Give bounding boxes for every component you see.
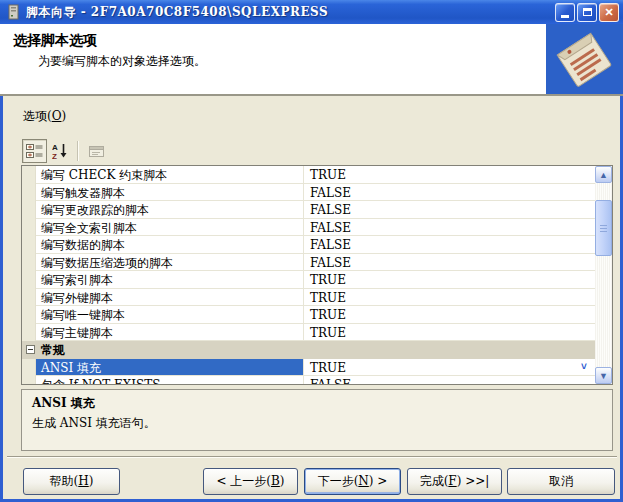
- grid-row-label[interactable]: 编写索引脚本: [36, 271, 303, 289]
- grid-row-value[interactable]: TRUE: [303, 271, 595, 289]
- grid-row-value[interactable]: FALSE: [303, 376, 595, 384]
- grid-row-label[interactable]: 编写外键脚本: [36, 289, 303, 307]
- property-grid-toolbar: A Z: [22, 138, 109, 164]
- grid-row-value[interactable]: FALSE: [303, 184, 595, 202]
- grid-row-margin: [22, 219, 36, 237]
- svg-text:Z: Z: [52, 152, 57, 160]
- property-grid-rows: 编写 CHECK 约束脚本TRUE编写触发器脚本FALSE编写更改跟踪的脚本FA…: [22, 166, 595, 384]
- chevron-down-icon[interactable]: ˅: [575, 360, 593, 375]
- grid-row-label[interactable]: 编写唯一键脚本: [36, 306, 303, 324]
- grid-row-label[interactable]: 编写 CHECK 约束脚本: [36, 166, 303, 184]
- grid-row[interactable]: 编写数据压缩选项的脚本FALSE: [22, 254, 595, 272]
- grid-row[interactable]: 编写唯一键脚本TRUE: [22, 306, 595, 324]
- grid-row-value[interactable]: TRUE: [303, 306, 595, 324]
- grid-row-value[interactable]: FALSE: [303, 236, 595, 254]
- grid-row[interactable]: 编写全文索引脚本FALSE: [22, 219, 595, 237]
- close-icon: ✕: [604, 7, 613, 18]
- categorized-button[interactable]: [22, 139, 47, 163]
- minimize-icon: [561, 15, 569, 18]
- grid-row-label[interactable]: 编写数据压缩选项的脚本: [36, 254, 303, 272]
- grid-row-value[interactable]: FALSE: [303, 219, 595, 237]
- grid-row-value[interactable]: TRUE˅: [303, 359, 595, 377]
- grid-row-label[interactable]: 包含 If NOT EXISTS: [36, 376, 303, 384]
- grid-row[interactable]: ANSI 填充TRUE˅: [22, 359, 595, 377]
- toolbar-separator: [77, 141, 79, 161]
- grid-row[interactable]: 编写更改跟踪的脚本FALSE: [22, 201, 595, 219]
- grid-row-value[interactable]: TRUE: [303, 289, 595, 307]
- grid-row[interactable]: 编写数据的脚本FALSE: [22, 236, 595, 254]
- categorized-icon: [26, 143, 43, 159]
- grid-category-label: 常规: [35, 341, 65, 359]
- grid-category-row[interactable]: 常规: [22, 341, 595, 359]
- property-pages-button: [84, 139, 109, 163]
- grid-row-margin: [22, 289, 36, 307]
- titlebar: 脚本向导 - 2F7A0A70C8F5408\SQLEXPRESS ✕: [0, 0, 623, 24]
- grid-row[interactable]: 编写 CHECK 约束脚本TRUE: [22, 166, 595, 184]
- page-subtitle: 为要编写脚本的对象选择选项。: [38, 53, 206, 70]
- cancel-button[interactable]: 取消: [507, 468, 615, 495]
- grid-row[interactable]: 编写主键脚本TRUE: [22, 324, 595, 342]
- vertical-scrollbar[interactable]: ▲ ▼: [595, 166, 612, 384]
- grid-row-value[interactable]: TRUE: [303, 166, 595, 184]
- close-button[interactable]: ✕: [599, 3, 619, 22]
- grid-row-label[interactable]: 编写主键脚本: [36, 324, 303, 342]
- description-text: 生成 ANSI 填充语句。: [32, 415, 602, 432]
- grid-row-margin: [22, 254, 36, 272]
- minimize-button[interactable]: [555, 3, 575, 22]
- app-icon: [6, 4, 22, 20]
- window-title: 脚本向导 - 2F7A0A70C8F5408\SQLEXPRESS: [26, 4, 551, 21]
- collapse-icon[interactable]: [26, 345, 35, 354]
- help-button[interactable]: 帮助(H): [23, 468, 120, 495]
- back-button[interactable]: < 上一步(B): [203, 468, 298, 495]
- options-label: 选项(O): [23, 108, 66, 125]
- maximize-icon: [583, 8, 592, 16]
- next-button[interactable]: 下一步(N) >: [304, 468, 401, 495]
- finish-button[interactable]: 完成(F) >>|: [407, 468, 502, 495]
- alphabetical-sort-icon: A Z: [52, 143, 68, 159]
- grid-row-label[interactable]: 编写触发器脚本: [36, 184, 303, 202]
- property-pages-icon: [88, 144, 105, 159]
- description-title: ANSI 填充: [32, 395, 602, 412]
- bottom-separator: [7, 456, 617, 458]
- grid-row[interactable]: 编写触发器脚本FALSE: [22, 184, 595, 202]
- grid-row[interactable]: 编写索引脚本TRUE: [22, 271, 595, 289]
- grid-row[interactable]: 编写外键脚本TRUE: [22, 289, 595, 307]
- grid-row-margin: [22, 306, 36, 324]
- scrollbar-down-button[interactable]: ▼: [595, 367, 612, 384]
- grid-row[interactable]: 包含 If NOT EXISTSFALSE: [22, 376, 595, 384]
- grid-row-label[interactable]: 编写全文索引脚本: [36, 219, 303, 237]
- scrollbar-thumb[interactable]: [595, 200, 612, 256]
- property-grid[interactable]: 编写 CHECK 约束脚本TRUE编写触发器脚本FALSE编写更改跟踪的脚本FA…: [21, 165, 613, 385]
- wizard-header: 选择脚本选项 为要编写脚本的对象选择选项。: [0, 24, 623, 96]
- grid-row-label[interactable]: ANSI 填充: [36, 359, 303, 377]
- grid-row-margin: [22, 184, 36, 202]
- maximize-button[interactable]: [577, 3, 597, 22]
- grid-row-margin: [22, 271, 36, 289]
- grid-row-margin: [22, 359, 36, 377]
- script-wizard-window: 脚本向导 - 2F7A0A70C8F5408\SQLEXPRESS ✕ 选择脚本…: [0, 0, 623, 502]
- grid-row-label[interactable]: 编写更改跟踪的脚本: [36, 201, 303, 219]
- grid-row-margin: [22, 201, 36, 219]
- grid-row-label[interactable]: 编写数据的脚本: [36, 236, 303, 254]
- grid-row-margin: [22, 376, 36, 384]
- scroll-watermark-image: [546, 24, 623, 94]
- grid-row-margin: [22, 166, 36, 184]
- grid-row-value[interactable]: TRUE: [303, 324, 595, 342]
- grid-row-value[interactable]: FALSE: [303, 201, 595, 219]
- page-title: 选择脚本选项: [13, 32, 97, 50]
- grid-row-margin: [22, 324, 36, 342]
- grid-row-value[interactable]: FALSE: [303, 254, 595, 272]
- alphabetical-sort-button[interactable]: A Z: [47, 139, 72, 163]
- grid-row-margin: [22, 236, 36, 254]
- description-panel: ANSI 填充 生成 ANSI 填充语句。: [21, 389, 613, 451]
- scrollbar-up-button[interactable]: ▲: [595, 166, 612, 183]
